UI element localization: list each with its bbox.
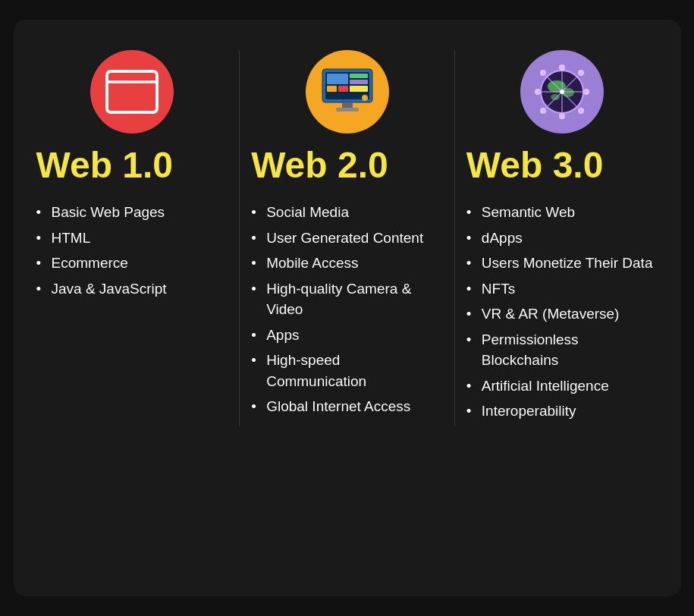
browser-icon	[105, 70, 159, 114]
list-item: Users Monetize Their Data	[466, 253, 658, 274]
list-item: Interoperability	[466, 401, 658, 422]
column-web3: Web 3.0 Semantic Web dApps Users Monetiz…	[466, 50, 658, 426]
web2-icon-wrap	[306, 50, 389, 134]
svg-rect-6	[338, 86, 348, 92]
divider-1	[239, 50, 240, 426]
list-item: Basic Web Pages	[36, 202, 167, 223]
web3-icon-wrap	[520, 50, 604, 134]
svg-rect-10	[342, 102, 353, 108]
svg-rect-5	[327, 86, 337, 92]
web2-heading: Web 2.0	[251, 147, 388, 184]
list-item: High-speed Communication	[251, 350, 443, 391]
column-web1: Web 1.0 Basic Web Pages HTML Ecommerce J…	[36, 50, 228, 426]
svg-point-34	[560, 90, 564, 94]
main-card: Web 1.0 Basic Web Pages HTML Ecommerce J…	[14, 20, 681, 596]
svg-rect-9	[350, 86, 368, 92]
web1-list: Basic Web Pages HTML Ecommerce Java & Ja…	[36, 202, 167, 303]
svg-rect-11	[336, 108, 359, 112]
divider-2	[454, 50, 455, 426]
svg-point-12	[362, 95, 368, 101]
svg-point-17	[559, 64, 565, 71]
list-item: Social Media	[251, 202, 443, 223]
network-icon	[534, 64, 590, 120]
column-web2: Web 2.0 Social Media User Generated Cont…	[251, 50, 443, 426]
list-item: User Generated Content	[251, 228, 443, 249]
svg-rect-7	[350, 74, 368, 78]
list-item: Permissionless Blockchains	[466, 329, 658, 371]
list-item: Apps	[251, 325, 443, 346]
list-item: Java & JavaScript	[36, 278, 167, 300]
list-item: dApps	[466, 228, 658, 249]
web2-list: Social Media User Generated Content Mobi…	[251, 202, 443, 422]
list-item: HTML	[36, 228, 167, 249]
list-item: VR & AR (Metaverse)	[466, 303, 658, 325]
list-item: Semantic Web	[466, 202, 658, 223]
monitor-icon	[319, 66, 375, 118]
columns-container: Web 1.0 Basic Web Pages HTML Ecommerce J…	[36, 50, 658, 426]
svg-rect-4	[327, 74, 348, 84]
list-item: Global Internet Access	[251, 396, 443, 417]
svg-rect-8	[350, 80, 368, 84]
svg-rect-0	[107, 71, 157, 112]
list-item: NFTs	[466, 278, 658, 300]
web1-heading: Web 1.0	[36, 147, 174, 184]
web1-icon-wrap	[90, 50, 174, 134]
list-item: Ecommerce	[36, 253, 167, 274]
web3-heading: Web 3.0	[466, 147, 604, 184]
list-item: High-quality Camera & Video	[251, 278, 443, 320]
list-item: Artificial Intelligence	[466, 376, 658, 397]
web3-list: Semantic Web dApps Users Monetize Their …	[466, 202, 658, 426]
list-item: Mobile Access	[251, 253, 443, 274]
